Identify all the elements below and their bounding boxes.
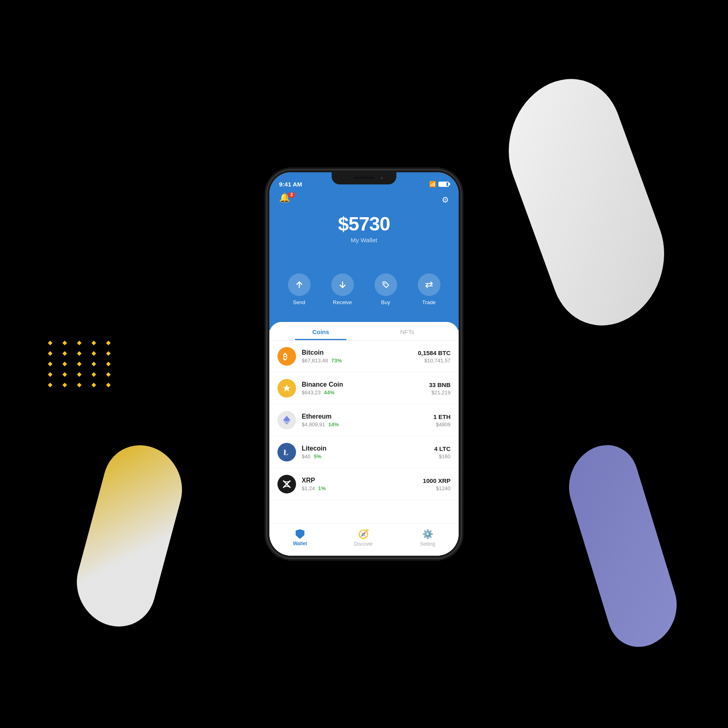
btc-icon: ₿ xyxy=(281,351,292,362)
eth-pct: 14% xyxy=(328,421,339,427)
dot-grid xyxy=(49,341,114,387)
wallet-amount-section: $5730 My Wallet xyxy=(269,213,459,243)
svg-marker-5 xyxy=(283,416,290,422)
xrp-name: XRP xyxy=(302,477,423,484)
action-buttons-row: Send Receive xyxy=(269,273,459,305)
receive-label: Receive xyxy=(333,299,352,305)
bnb-amount: 33 BNB xyxy=(429,381,451,388)
eth-balance: 1 ETH $4809 xyxy=(433,413,451,427)
bnb-pct: 44% xyxy=(324,389,334,396)
svg-point-2 xyxy=(384,283,385,284)
filter-icon[interactable]: ⚙ xyxy=(442,195,449,205)
battery-fill xyxy=(439,182,447,186)
eth-name: Ethereum xyxy=(302,413,433,420)
eth-value: $4809 xyxy=(433,421,451,427)
speaker xyxy=(354,177,374,179)
bnb-info: Binance Coin $643,23 44% xyxy=(302,381,429,396)
bnb-price: $643,23 xyxy=(302,389,321,396)
nav-wallet[interactable]: Wallet xyxy=(293,529,307,546)
xrp-icon xyxy=(281,479,292,489)
xrp-pct: 1% xyxy=(318,485,326,491)
setting-icon: ⚙️ xyxy=(422,529,433,540)
eth-price: $4,809,91 xyxy=(302,421,325,427)
coin-item-bnb[interactable]: Binance Coin $643,23 44% 33 BNB $21,219 xyxy=(269,372,459,404)
status-time: 9:41 AM xyxy=(279,181,302,188)
eth-logo xyxy=(277,411,296,430)
buy-button[interactable]: Buy xyxy=(375,273,397,305)
ribbon-purple xyxy=(560,433,686,659)
buy-icon-circle xyxy=(375,273,397,296)
btc-logo: ₿ xyxy=(277,347,296,366)
buy-label: Buy xyxy=(381,299,390,305)
btc-pct: 73% xyxy=(331,358,342,364)
nav-discover-label: Discover xyxy=(354,541,373,547)
nav-setting-label: Setting xyxy=(420,541,435,547)
ltc-pct: 5% xyxy=(314,453,322,459)
bnb-price-row: $643,23 44% xyxy=(302,389,429,396)
xrp-logo xyxy=(277,475,296,493)
bottom-nav: Wallet 🧭 Discover ⚙️ Setting xyxy=(269,523,459,556)
coin-item-btc[interactable]: ₿ Bitcoin $67,813,48 73% 0,1584 BTC $10,… xyxy=(269,341,459,372)
svg-text:Ł: Ł xyxy=(284,449,288,457)
tab-coins[interactable]: Coins xyxy=(277,322,364,340)
wallet-total-amount: $5730 xyxy=(269,213,459,235)
xrp-amount: 1000 XRP xyxy=(423,477,451,484)
bnb-balance: 33 BNB $21,219 xyxy=(429,381,451,396)
phone-frame: 9:41 AM 📶 🔔 2 ⚙ $5730 My Wallet xyxy=(267,170,461,558)
wallet-shield-icon xyxy=(296,529,305,539)
xrp-price: $1,24 xyxy=(302,485,315,491)
ribbon-white-bottom xyxy=(68,434,191,638)
coin-list: ₿ Bitcoin $67,813,48 73% 0,1584 BTC $10,… xyxy=(269,341,459,526)
send-arrow-icon xyxy=(295,280,304,289)
ltc-name: Litecoin xyxy=(302,445,434,452)
ltc-price: $40 xyxy=(302,453,311,459)
xrp-price-row: $1,24 1% xyxy=(302,485,423,491)
ltc-price-row: $40 5% xyxy=(302,453,434,459)
receive-arrow-icon xyxy=(338,280,347,289)
eth-icon xyxy=(282,415,291,425)
wallet-label: My Wallet xyxy=(269,237,459,243)
xrp-info: XRP $1,24 1% xyxy=(302,477,423,491)
svg-marker-4 xyxy=(283,385,290,392)
nav-setting[interactable]: ⚙️ Setting xyxy=(420,529,435,547)
camera xyxy=(379,176,384,180)
svg-text:₿: ₿ xyxy=(283,352,287,361)
btc-value: $10,741,57 xyxy=(418,358,451,364)
eth-info: Ethereum $4,809,91 14% xyxy=(302,413,433,427)
content-area: Coins NFTs ₿ Bitcoin xyxy=(269,322,459,556)
header-top-row: 🔔 2 ⚙ xyxy=(269,193,459,207)
xrp-value: $1240 xyxy=(423,485,451,491)
discover-icon: 🧭 xyxy=(358,529,369,540)
trade-label: Trade xyxy=(422,299,436,305)
trade-button[interactable]: Trade xyxy=(418,273,440,305)
eth-price-row: $4,809,91 14% xyxy=(302,421,433,427)
receive-icon-circle xyxy=(331,273,354,296)
screen: 9:41 AM 📶 🔔 2 ⚙ $5730 My Wallet xyxy=(269,172,459,556)
nav-discover[interactable]: 🧭 Discover xyxy=(354,529,373,547)
notification-bell-container[interactable]: 🔔 2 xyxy=(279,193,294,207)
ltc-value: $160 xyxy=(434,453,451,459)
coin-item-xrp[interactable]: XRP $1,24 1% 1000 XRP $1240 xyxy=(269,468,459,500)
battery-icon xyxy=(438,182,449,187)
coin-item-eth[interactable]: Ethereum $4,809,91 14% 1 ETH $4809 xyxy=(269,404,459,436)
tab-nfts[interactable]: NFTs xyxy=(364,322,451,340)
bnb-name: Binance Coin xyxy=(302,381,429,388)
notch xyxy=(332,172,396,184)
bnb-value: $21,219 xyxy=(429,389,451,396)
ltc-logo: Ł xyxy=(277,443,296,461)
btc-price: $67,813,48 xyxy=(302,358,328,364)
wifi-icon: 📶 xyxy=(429,181,436,187)
bnb-icon xyxy=(281,383,292,394)
send-icon-circle xyxy=(288,273,311,296)
receive-button[interactable]: Receive xyxy=(331,273,354,305)
coin-item-ltc[interactable]: Ł Litecoin $40 5% 4 LTC $160 xyxy=(269,436,459,468)
btc-balance: 0,1584 BTC $10,741,57 xyxy=(418,349,451,364)
send-button[interactable]: Send xyxy=(288,273,311,305)
btc-info: Bitcoin $67,813,48 73% xyxy=(302,349,418,364)
trade-arrows-icon xyxy=(425,280,434,289)
xrp-balance: 1000 XRP $1240 xyxy=(423,477,451,491)
bnb-logo xyxy=(277,379,296,398)
ltc-info: Litecoin $40 5% xyxy=(302,445,434,459)
nav-wallet-label: Wallet xyxy=(293,541,307,546)
ltc-amount: 4 LTC xyxy=(434,445,451,452)
